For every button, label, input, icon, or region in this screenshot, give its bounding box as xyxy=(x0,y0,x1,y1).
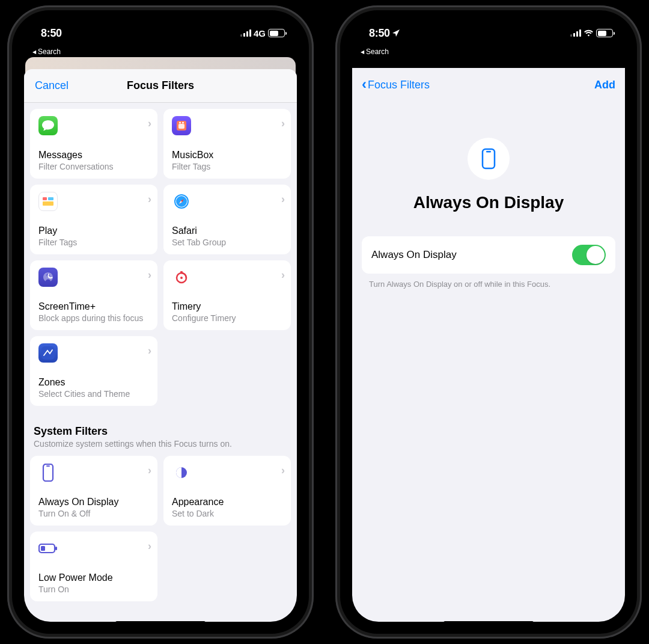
card-title: ScreenTime+ xyxy=(38,301,149,312)
signal-icon xyxy=(240,29,251,37)
timery-icon xyxy=(172,268,191,287)
appearance-icon xyxy=(172,463,191,482)
card-title: Zones xyxy=(38,376,149,388)
svg-rect-4 xyxy=(43,197,47,200)
svg-rect-1 xyxy=(178,124,184,129)
card-subtitle: Filter Conversations xyxy=(38,162,149,171)
system-filters-title: System Filters xyxy=(34,425,287,438)
filter-card-timery[interactable]: › Timery Configure Timery xyxy=(163,260,291,330)
system-card-appearance[interactable]: › Appearance Set to Dark xyxy=(163,456,291,526)
aod-row-label: Always On Display xyxy=(371,249,457,261)
card-title: Messages xyxy=(38,149,149,161)
card-title: Timery xyxy=(172,301,282,312)
card-subtitle: Filter Tags xyxy=(38,238,149,247)
filter-card-musicbox[interactable]: › MusicBox Filter Tags xyxy=(163,109,291,179)
hero-section: Always On Display xyxy=(352,102,625,236)
svg-rect-6 xyxy=(43,201,53,206)
cancel-button[interactable]: Cancel xyxy=(35,79,69,92)
nav-back-button[interactable]: ‹ Focus Filters xyxy=(362,78,430,91)
card-title: Safari xyxy=(172,225,282,236)
system-filters-subtitle: Customize system settings when this Focu… xyxy=(34,439,287,449)
dynamic-island xyxy=(118,25,203,48)
svg-rect-15 xyxy=(41,346,55,360)
battery-icon xyxy=(268,29,285,37)
chevron-left-icon: ‹ xyxy=(362,77,367,91)
chevron-right-icon: › xyxy=(148,464,151,477)
svg-rect-5 xyxy=(48,197,53,200)
chevron-right-icon: › xyxy=(148,540,151,553)
svg-rect-14 xyxy=(180,271,183,273)
screentime-icon xyxy=(38,268,58,287)
svg-rect-21 xyxy=(41,546,45,551)
system-card-aod[interactable]: › Always On Display Turn On & Off xyxy=(30,456,157,526)
network-type: 4G xyxy=(254,28,266,38)
setting-footer: Turn Always On Display on or off while i… xyxy=(369,280,608,289)
chevron-right-icon: › xyxy=(281,193,285,206)
status-time: 8:50 xyxy=(41,27,62,40)
aod-row: Always On Display xyxy=(362,236,615,274)
card-title: MusicBox xyxy=(172,149,282,161)
svg-point-3 xyxy=(182,122,184,124)
home-indicator[interactable] xyxy=(115,621,206,624)
wifi-icon xyxy=(583,29,594,37)
nav-bar: ‹ Focus Filters Add xyxy=(352,68,625,102)
sheet-header: Cancel Focus Filters xyxy=(24,69,297,103)
chevron-right-icon: › xyxy=(148,193,151,206)
chevron-right-icon: › xyxy=(148,345,151,357)
filter-card-screentimeplus[interactable]: › ScreenTime+ Block apps during this foc… xyxy=(30,260,157,330)
filter-card-play[interactable]: › Play Filter Tags xyxy=(30,185,157,254)
nav-back-label: Focus Filters xyxy=(368,79,430,91)
card-subtitle: Configure Timery xyxy=(172,313,282,323)
card-title: Appearance xyxy=(172,496,282,508)
svg-point-2 xyxy=(179,122,181,124)
card-subtitle: Turn On xyxy=(38,584,149,594)
back-to-search[interactable]: Search xyxy=(361,48,389,56)
filter-card-zones[interactable]: › Zones Select Cities and Theme xyxy=(30,336,157,406)
chevron-right-icon: › xyxy=(281,464,285,477)
svg-rect-23 xyxy=(486,151,491,153)
card-subtitle: Block apps during this focus xyxy=(38,313,149,323)
filter-card-messages[interactable]: › Messages Filter Conversations xyxy=(30,109,157,179)
focus-filters-sheet: Cancel Focus Filters › Messages Filter C… xyxy=(24,69,297,622)
card-subtitle: Set Tab Group xyxy=(172,238,282,247)
chevron-right-icon: › xyxy=(281,269,285,281)
chevron-right-icon: › xyxy=(281,117,285,130)
status-time: 8:50 xyxy=(369,27,390,40)
card-title: Always On Display xyxy=(38,496,149,508)
home-indicator[interactable] xyxy=(443,621,534,624)
location-icon xyxy=(392,29,400,37)
aod-icon xyxy=(38,463,58,482)
musicbox-icon xyxy=(172,116,191,135)
chevron-right-icon: › xyxy=(148,117,151,130)
play-icon xyxy=(38,192,58,211)
back-to-search[interactable]: Search xyxy=(32,48,61,56)
zones-icon xyxy=(38,343,58,363)
svg-rect-17 xyxy=(46,465,50,467)
safari-icon xyxy=(172,192,191,211)
hero-aod-icon xyxy=(468,138,510,180)
card-subtitle: Set to Dark xyxy=(172,509,282,518)
svg-rect-20 xyxy=(55,547,57,550)
system-card-lpm[interactable]: › Low Power Mode Turn On xyxy=(30,532,157,601)
card-title: Low Power Mode xyxy=(38,572,149,583)
card-subtitle: Select Cities and Theme xyxy=(38,389,149,399)
battery-icon xyxy=(596,29,613,37)
svg-rect-16 xyxy=(43,464,53,481)
chevron-right-icon: › xyxy=(148,269,151,281)
aod-toggle[interactable] xyxy=(572,245,606,265)
card-subtitle: Filter Tags xyxy=(172,162,282,171)
low-power-icon xyxy=(38,539,58,558)
aod-filter-page: ‹ Focus Filters Add Always On Display Al… xyxy=(352,68,625,622)
dynamic-island xyxy=(446,25,531,48)
signal-icon xyxy=(570,29,581,37)
phone-right: 8:50 Search ‹ Focus Filters Add xyxy=(335,5,642,639)
nav-add-button[interactable]: Add xyxy=(594,79,615,91)
phone-left: 8:50 4G Search Cancel Focus Filters xyxy=(7,5,314,639)
messages-icon xyxy=(38,116,58,135)
page-title: Always On Display xyxy=(352,193,625,212)
settings-group: Always On Display xyxy=(362,236,615,274)
card-subtitle: Turn On & Off xyxy=(38,509,149,518)
card-title: Play xyxy=(38,225,149,236)
svg-point-13 xyxy=(180,277,183,279)
filter-card-safari[interactable]: › Safari Set Tab Group xyxy=(163,185,291,254)
